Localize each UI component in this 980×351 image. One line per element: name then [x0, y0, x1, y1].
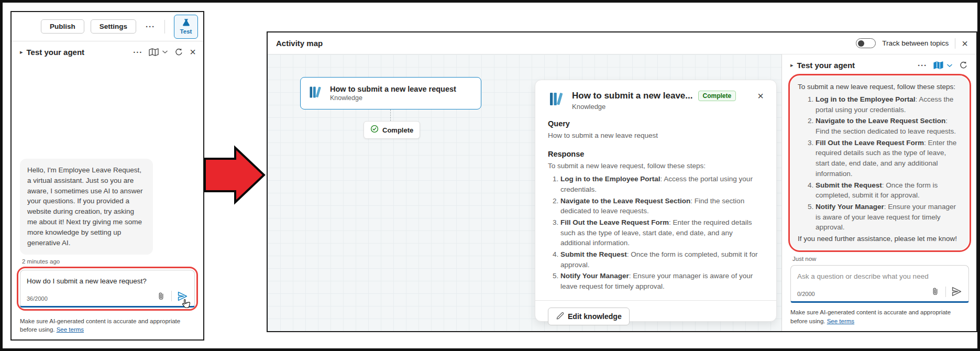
- attach-icon[interactable]: [156, 291, 166, 301]
- settings-button[interactable]: Settings: [91, 19, 136, 34]
- activity-map-icon-active[interactable]: [933, 61, 943, 70]
- chat-input[interactable]: [797, 272, 962, 280]
- activity-map-title: Activity map: [276, 39, 323, 48]
- step-lead: Navigate to the Leave Request Section: [560, 197, 690, 205]
- publish-button[interactable]: Publish: [41, 19, 84, 34]
- step-lead: Fill Out the Leave Request Form: [560, 218, 669, 226]
- node-type-label: Knowledge: [330, 94, 456, 102]
- screenshot-canvas: Publish Settings ··· Test ▸ Test your ag…: [0, 0, 980, 351]
- refresh-icon[interactable]: [959, 61, 968, 70]
- chat-input[interactable]: [27, 277, 188, 285]
- top-toolbar: Publish Settings ··· Test: [12, 12, 203, 41]
- node-status-label: Complete: [382, 126, 413, 134]
- chevron-down-icon[interactable]: [946, 63, 953, 68]
- close-icon[interactable]: ×: [190, 47, 196, 57]
- ai-disclaimer: Make sure AI-generated content is accura…: [20, 317, 195, 334]
- see-terms-link[interactable]: See terms: [827, 318, 854, 324]
- pencil-icon: [556, 312, 564, 321]
- ai-disclaimer: Make sure AI-generated content is accura…: [790, 308, 969, 325]
- disclaimer-text: Make sure AI-generated content is accura…: [790, 309, 951, 324]
- query-text: How to submit a new leave request: [548, 130, 764, 141]
- more-options-button[interactable]: ···: [142, 20, 158, 33]
- node-details-card: How to submit a new leave... Complete Kn…: [535, 80, 777, 322]
- knowledge-node[interactable]: How to submit a new leave request Knowle…: [300, 77, 481, 109]
- response-intro: To submit a new leave request, follow th…: [548, 161, 764, 171]
- agent-response-bubble: To submit a new leave request, follow th…: [790, 76, 969, 250]
- right-test-panel: ▸ Test your agent ···: [781, 54, 976, 331]
- toggle-label: Track between topics: [882, 39, 949, 47]
- activity-map-canvas[interactable]: How to submit a new leave request Knowle…: [268, 54, 781, 331]
- annotation-red-outline: To submit a new leave request, follow th…: [788, 74, 971, 252]
- response-step-item: Notify Your Manager: Ensure your manager…: [816, 202, 962, 233]
- response-step-item: Fill Out the Leave Request Form: Enter t…: [560, 217, 764, 248]
- header-divider: [955, 38, 955, 49]
- message-timestamp: Just now: [792, 256, 969, 262]
- chat-input-container[interactable]: 36/2000: [20, 270, 195, 308]
- books-icon: [548, 91, 565, 109]
- response-step-item: Submit the Request: Once the form is com…: [816, 180, 962, 201]
- response-outro: If you need further assistance, please l…: [798, 234, 962, 244]
- step-lead: Log in to the Employee Portal: [816, 95, 916, 103]
- message-timestamp: 2 minutes ago: [22, 258, 195, 265]
- response-intro: To submit a new leave request, follow th…: [798, 82, 962, 92]
- step-lead: Notify Your Manager: [560, 272, 629, 280]
- chat-more-button[interactable]: ···: [133, 48, 142, 57]
- activity-map-window: Activity map Track between topics × How …: [267, 31, 977, 332]
- annotation-red-outline: 36/2000: [17, 267, 198, 311]
- char-counter: 36/2000: [27, 295, 48, 302]
- response-step-item: Log in to the Employee Portal: Access th…: [560, 174, 764, 194]
- details-type-label: Knowledge: [572, 103, 736, 111]
- chat-more-button[interactable]: ···: [918, 61, 927, 70]
- edit-knowledge-button[interactable]: Edit knowledge: [548, 308, 630, 325]
- input-divider: [171, 291, 172, 301]
- response-step-item: Log in to the Employee Portal: Access th…: [816, 94, 962, 115]
- response-steps-list: Log in to the Employee Portal: Access th…: [798, 94, 962, 233]
- query-heading: Query: [548, 119, 764, 128]
- activity-map-close-icon[interactable]: ×: [962, 38, 968, 49]
- attach-icon[interactable]: [930, 287, 940, 297]
- char-counter: 0/2000: [797, 291, 815, 297]
- panel-header: ▸ Test your agent ···: [790, 61, 969, 70]
- step-lead: Submit the Request: [560, 250, 627, 258]
- agent-message-bubble: Hello, I'm Employee Leave Request, a vir…: [20, 159, 153, 255]
- panel-title: Test your agent: [27, 48, 85, 57]
- toolbar-divider: [164, 20, 165, 34]
- node-title: How to submit a new leave request: [330, 85, 456, 93]
- node-connector: [390, 109, 391, 121]
- status-badge: Complete: [698, 91, 736, 101]
- response-step-item: Notify Your Manager: Ensure your manager…: [560, 271, 764, 291]
- mouse-cursor-icon: [182, 299, 190, 311]
- activity-map-header: Activity map Track between topics ×: [268, 32, 976, 54]
- response-step-item: Navigate to the Leave Request Section: F…: [560, 196, 764, 216]
- test-button-label: Test: [180, 28, 192, 35]
- chat-input-container[interactable]: 0/2000: [790, 265, 969, 303]
- step-lead: Log in to the Employee Portal: [560, 175, 660, 183]
- books-icon: [308, 85, 323, 102]
- collapse-caret-icon[interactable]: ▸: [790, 62, 794, 69]
- send-icon[interactable]: [951, 286, 962, 297]
- panel-header: ▸ Test your agent ··· ×: [12, 41, 203, 61]
- collapse-caret-icon[interactable]: ▸: [20, 49, 23, 56]
- input-divider: [945, 287, 946, 297]
- step-lead: Fill Out the Leave Request Form: [816, 139, 924, 147]
- step-lead: Navigate to the Leave Request Section: [816, 117, 945, 125]
- left-test-panel: Publish Settings ··· Test ▸ Test your ag…: [10, 11, 204, 341]
- edit-knowledge-label: Edit knowledge: [568, 312, 622, 321]
- node-status-pill[interactable]: Complete: [364, 121, 420, 139]
- activity-map-icon[interactable]: [149, 48, 159, 57]
- response-step-item: Submit the Request: Once the form is com…: [560, 249, 764, 270]
- response-step-item: Navigate to the Leave Request Section: F…: [816, 116, 962, 136]
- response-step-item: Fill Out the Leave Request Form: Enter t…: [816, 138, 962, 179]
- chevron-down-icon[interactable]: [162, 50, 168, 54]
- flask-icon: [182, 18, 191, 28]
- response-heading: Response: [548, 150, 764, 158]
- step-lead: Submit the Request: [816, 181, 882, 189]
- track-between-topics-toggle[interactable]: [856, 38, 876, 48]
- check-circle-icon: [370, 125, 379, 135]
- red-arrow: [203, 145, 266, 205]
- refresh-icon[interactable]: [174, 48, 183, 57]
- see-terms-link[interactable]: See terms: [57, 326, 84, 333]
- response-steps-list: Log in to the Employee Portal: Access th…: [548, 173, 764, 293]
- test-button[interactable]: Test: [174, 15, 198, 39]
- details-close-icon[interactable]: ×: [757, 91, 764, 101]
